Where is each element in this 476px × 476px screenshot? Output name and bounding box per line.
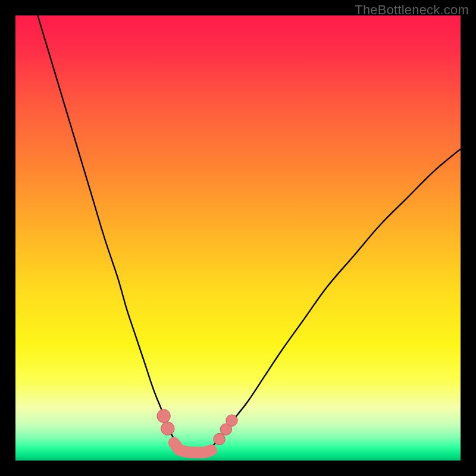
chart-frame <box>15 15 461 461</box>
watermark-text: TheBottleneck.com <box>355 2 469 18</box>
data-point-marker <box>161 422 174 435</box>
data-point-marker <box>214 433 225 444</box>
data-point-marker <box>157 409 170 422</box>
curve-left <box>37 15 184 452</box>
curve-right <box>207 149 461 452</box>
data-point-marker <box>226 415 237 426</box>
bottleneck-chart <box>15 15 461 461</box>
optimal-range-marker <box>174 443 211 452</box>
